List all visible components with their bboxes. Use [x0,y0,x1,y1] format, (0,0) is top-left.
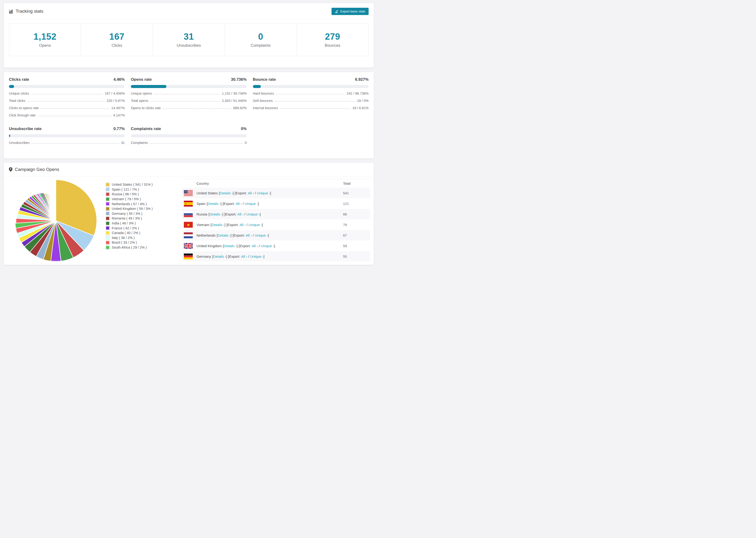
details-link[interactable]: Details › [218,233,231,237]
summary-stat-cell: 167Clicks [81,24,153,56]
legend-item[interactable]: South Africa ( 29 / 2% ) [106,245,175,250]
legend-label: Canada ( 40 / 2% ) [112,231,140,235]
rate-block-header: Opens rate30.736% [131,77,246,82]
export-unique-link[interactable]: Unique › [257,191,270,195]
legend-label: Netherlands ( 67 / 4% ) [112,202,147,206]
export-all-link[interactable]: All › [252,244,258,248]
export-prefix: ] [Export: [231,233,245,237]
flag-vn [184,222,193,228]
rate-title: Clicks rate [9,77,29,82]
tracking-stats-header: Tracking stats Export basic stats [4,3,374,20]
legend-item[interactable]: Netherlands ( 67 / 4% ) [106,201,175,206]
export-prefix: ] [Export: [222,212,237,216]
dotted-leader [150,143,243,144]
progress-bar-fill [9,134,10,137]
legend-label: United States ( 541 / 31% ) [112,183,153,187]
summary-stats-row: 1,152Opens167Clicks31Unsubscribes0Compla… [9,23,369,56]
geo-header: Campaign Geo Opens [4,163,374,176]
details-link[interactable]: Details › [224,244,237,248]
flag-es [184,201,193,207]
rate-stat-label: Unsubscribes [9,141,29,144]
legend-item[interactable]: United Kingdom ( 59 / 3% ) [106,206,175,211]
legend-item[interactable]: Vietnam ( 79 / 5% ) [106,197,175,202]
details-link[interactable]: Details › [212,223,225,227]
rate-stat-label: Opens to clicks rate [131,106,161,110]
legend-item[interactable]: Germany ( 55 / 3% ) [106,211,175,216]
total-cell: 79 [343,223,370,227]
export-prefix: ] [Export: [226,254,241,258]
rate-stat-line: Complaints0 [131,141,246,144]
rate-block-header: Complaints rate0% [131,127,246,131]
export-unique-link[interactable]: Unique › [249,223,262,227]
details-link[interactable]: Details › [213,254,226,258]
summary-stat-label: Opens [39,43,51,48]
export-basic-stats-button[interactable]: Export basic stats [332,8,369,15]
rate-stat-label: Click through rate [9,113,36,117]
progress-bar-fill [131,85,166,88]
geo-table: Country Total United States[Details ›] [… [182,179,370,263]
rate-title: Complaints rate [131,127,161,131]
legend-item[interactable]: Spain ( 121 / 7% ) [106,187,175,192]
legend-color-swatch [106,241,110,244]
rate-stat-value: 31 [121,141,125,144]
details-link[interactable]: Details › [209,212,222,216]
rate-stat-label: Clicks to opens rate [9,106,39,110]
legend-item[interactable]: Russia ( 86 / 5% ) [106,192,175,197]
export-all-link[interactable]: All › [237,212,243,216]
export-all-link[interactable]: All › [248,191,254,195]
rate-stat-line: Total opens2,303 / 61.446% [131,99,246,103]
summary-stat-label: Clicks [112,43,122,48]
export-unique-link[interactable]: Unique › [255,233,268,237]
legend-label: Brazil ( 33 / 2% ) [112,241,137,244]
summary-stat-value: 31 [184,32,194,42]
export-unique-link[interactable]: Unique › [246,212,260,216]
rate-stat-line: Opens to clicks rate689.82% [131,106,246,110]
summary-stat-value: 279 [325,32,340,42]
dotted-leader [31,94,103,94]
legend-color-swatch [106,197,110,201]
legend-label: Spain ( 121 / 7% ) [112,188,139,191]
table-row: United States[Details ›] [Export: All › … [182,188,370,198]
legend-item[interactable]: India ( 46 / 3% ) [106,221,175,226]
geo-legend: United States ( 541 / 31% )Spain ( 121 /… [106,179,175,263]
export-unique-link[interactable]: Unique › [244,202,258,206]
column-header-total: Total [343,182,370,186]
legend-item[interactable]: Italy ( 36 / 2% ) [106,236,175,241]
separator: / [252,233,255,237]
legend-item[interactable]: United States ( 541 / 31% ) [106,182,175,187]
export-all-link[interactable]: All › [236,202,242,206]
export-unique-link[interactable]: Unique › [250,254,263,258]
rate-stat-label: Total opens [131,99,148,103]
rate-stat-line: Clicks to opens rate14.497% [9,106,125,110]
country-cell: United Kingdom[Details ›] [Export: All ›… [182,243,343,249]
legend-item[interactable]: Brazil ( 33 / 2% ) [106,240,175,245]
progress-bar-track [9,134,125,137]
export-unique-link[interactable]: Unique › [261,244,274,248]
details-link[interactable]: Details › [208,202,221,206]
export-all-link[interactable]: All › [240,223,245,227]
separator: / [242,202,245,206]
legend-label: Russia ( 86 / 5% ) [112,192,139,196]
rates-card: Clicks rate4.46%Unique clicks167 / 4.456… [4,72,374,159]
export-all-link[interactable]: All › [245,233,252,237]
table-row: Vietnam[Details ›] [Export: All › / Uniq… [182,219,370,230]
legend-item[interactable]: France ( 42 / 2% ) [106,226,175,231]
details-link[interactable]: Details › [220,191,233,195]
tracking-stats-card: Tracking stats Export basic stats 1,152O… [4,3,374,68]
summary-stat-cell: 1,152Opens [9,24,81,56]
export-prefix: ] [Export: [225,223,240,227]
legend-color-swatch [106,221,110,225]
rate-block: Complaints rate0%Complaints0 [131,127,246,144]
rate-stat-label: Internal bounces [253,106,278,110]
rate-stat-line: Hard bounces242 / 86.738% [253,91,369,95]
export-all-link[interactable]: All › [241,254,247,258]
progress-bar-fill [9,85,14,88]
legend-item[interactable]: Romania ( 49 / 3% ) [106,216,175,221]
rates-grid: Clicks rate4.46%Unique clicks167 / 4.456… [9,77,369,144]
legend-item[interactable]: Canada ( 40 / 2% ) [106,231,175,236]
legend-label: Germany ( 55 / 3% ) [112,212,142,215]
rate-block: Unsubscribe rate0.77%Unsubscribes31 [9,127,125,144]
table-row: Spain[Details ›] [Export: All › / Unique… [182,198,370,209]
rate-stat-line: Soft bounces18 / 0% [253,99,369,103]
bracket: ] [263,254,264,258]
